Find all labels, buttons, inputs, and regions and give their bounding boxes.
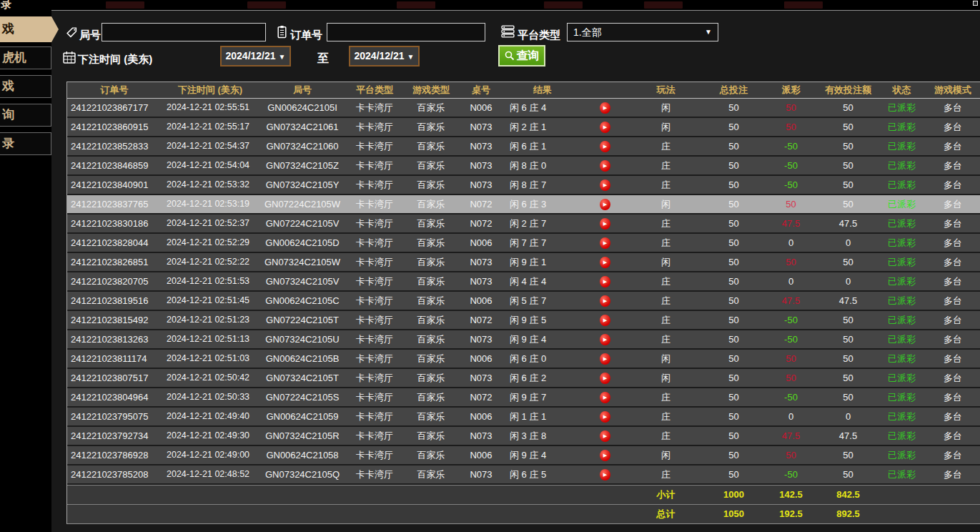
play-video-button[interactable]: ▶ <box>600 218 610 230</box>
cell: 多台 <box>925 292 980 310</box>
date-from-value: 2024/12/21 <box>226 50 276 61</box>
date-from-select[interactable]: 2024/12/21▼ <box>220 46 291 66</box>
cell: 已派彩 <box>878 137 925 155</box>
cell: 多台 <box>925 427 980 445</box>
cell <box>582 505 628 523</box>
cell: ▶ <box>582 157 628 174</box>
play-video-button[interactable]: ▶ <box>600 334 610 345</box>
date-to-select[interactable]: 2024/12/21▼ <box>349 46 420 66</box>
cell: N073 <box>459 176 503 194</box>
cell: 50 <box>703 388 764 406</box>
platform-type-select[interactable]: 1.全部 ▼ <box>567 23 718 41</box>
table-row[interactable]: 2412210238468592024-12-21 02:54:04GN0732… <box>67 157 980 176</box>
cell: 2024-12-21 02:52:22 <box>162 253 259 271</box>
cell: 241221023846859 <box>67 157 162 174</box>
cell: 2024-12-21 02:51:45 <box>162 292 259 310</box>
sidebar-item[interactable]: 戏 <box>0 75 51 98</box>
play-video-button[interactable]: ▶ <box>600 237 610 249</box>
play-video-button[interactable]: ▶ <box>600 199 610 210</box>
table-row[interactable]: 2412210238609152024-12-21 02:55:17GN0732… <box>67 118 980 137</box>
play-video-button[interactable]: ▶ <box>600 122 610 133</box>
cell: 50 <box>818 118 878 136</box>
play-video-button[interactable]: ▶ <box>600 469 610 481</box>
sidebar-item[interactable]: 戏 <box>0 16 51 42</box>
cell: 闲 6 庄 2 <box>503 369 582 387</box>
cell: 50 <box>703 350 764 368</box>
cell: 0 <box>818 272 878 290</box>
table-row[interactable]: 2412210238301862024-12-21 02:52:37GN0722… <box>67 215 980 234</box>
table-row[interactable]: 2412210238280442024-12-21 02:52:29GN0062… <box>67 234 980 253</box>
cell: 50 <box>703 369 764 387</box>
cell: 已派彩 <box>878 234 925 252</box>
table-row[interactable]: 2412210238377652024-12-21 02:53:19GN0722… <box>67 195 980 215</box>
cell: 50 <box>818 176 878 194</box>
cell <box>459 505 503 523</box>
cell: 卡卡湾厅 <box>346 311 403 329</box>
cell: 2024-12-21 02:54:04 <box>162 157 259 174</box>
cell: -50 <box>764 176 818 194</box>
play-video-button[interactable]: ▶ <box>600 411 610 423</box>
cell: 50 <box>764 446 818 464</box>
play-video-button[interactable]: ▶ <box>600 315 610 326</box>
table-row[interactable]: 2412210238409012024-12-21 02:53:32GN0732… <box>67 176 980 195</box>
table-row[interactable]: 2412210238049642024-12-21 02:50:33GN0722… <box>67 388 980 408</box>
play-video-button[interactable]: ▶ <box>600 295 610 307</box>
play-video-button[interactable]: ▶ <box>600 160 610 172</box>
play-video-button[interactable]: ▶ <box>600 373 610 384</box>
cell: 50 <box>703 292 764 310</box>
table-row[interactable]: 2412210237869282024-12-21 02:49:00GN0062… <box>67 446 980 466</box>
background-artifact <box>644 1 683 9</box>
cell: 庄 <box>628 311 703 329</box>
cell: 百家乐 <box>403 137 459 155</box>
table-row[interactable]: 2412210238207052024-12-21 02:51:53GN0732… <box>67 272 980 292</box>
cell: 卡卡湾厅 <box>346 176 403 194</box>
play-video-button[interactable]: ▶ <box>600 353 610 365</box>
search-button[interactable]: 查询 <box>498 45 545 66</box>
cell: 闲 9 庄 4 <box>503 330 582 348</box>
cell: 已派彩 <box>878 427 925 445</box>
play-video-button[interactable]: ▶ <box>600 257 610 268</box>
table-row[interactable]: 2412210237852082024-12-21 02:48:52GN0732… <box>67 466 980 485</box>
table-row[interactable]: 2412210237950752024-12-21 02:49:40GN0062… <box>67 408 980 427</box>
play-video-button[interactable]: ▶ <box>600 392 610 403</box>
round-no-input[interactable] <box>102 23 266 41</box>
cell: 多台 <box>925 408 980 425</box>
cell: 2024-12-21 02:49:30 <box>162 427 259 445</box>
cell: 闲 <box>628 253 703 271</box>
sidebar-item[interactable]: 录 <box>0 132 51 155</box>
table-row[interactable]: 2412210238111742024-12-21 02:51:03GN0062… <box>67 350 980 369</box>
cell: ▶ <box>582 234 628 252</box>
table-row[interactable]: 2412210238268512024-12-21 02:52:22GN0732… <box>67 253 980 272</box>
cell: 50 <box>818 388 878 406</box>
play-video-button[interactable]: ▶ <box>600 141 610 152</box>
cell: 卡卡湾厅 <box>346 118 403 136</box>
cell <box>67 505 162 523</box>
background-artifact <box>544 1 583 9</box>
cell: 50 <box>703 234 764 252</box>
sidebar-item[interactable]: 虎机 <box>0 46 51 69</box>
table-row[interactable]: 2412210238132632024-12-21 02:51:13GN0732… <box>67 330 980 350</box>
play-video-button[interactable]: ▶ <box>600 179 610 191</box>
table-row[interactable]: 2412210238154922024-12-21 02:51:23GN0722… <box>67 311 980 330</box>
order-no-input[interactable] <box>327 23 485 41</box>
cell: 241221023852833 <box>67 137 162 155</box>
background-artifact <box>784 1 823 9</box>
play-video-button[interactable]: ▶ <box>600 276 610 287</box>
table-row[interactable]: 2412210238528332024-12-21 02:54:37GN0732… <box>67 137 980 157</box>
play-video-button[interactable]: ▶ <box>600 430 610 442</box>
sidebar-item[interactable]: 询 <box>0 104 51 127</box>
play-video-button[interactable]: ▶ <box>600 450 610 461</box>
table-row[interactable]: 2412210238671772024-12-21 02:55:51GN0062… <box>67 99 980 118</box>
titlebar: 录 <box>0 0 980 10</box>
restore-icon[interactable] <box>973 1 978 6</box>
cell: ▶ <box>582 350 628 368</box>
sidebar-item-label: 询 <box>2 108 14 122</box>
table-row[interactable]: 2412210238075172024-12-21 02:50:42GN0732… <box>67 369 980 388</box>
chevron-down-icon: ▼ <box>705 24 712 41</box>
cell: 多台 <box>925 466 980 483</box>
cell: 闲 4 庄 4 <box>503 272 582 290</box>
play-video-button[interactable]: ▶ <box>600 102 610 114</box>
table-row[interactable]: 2412210237927342024-12-21 02:49:30GN0732… <box>67 427 980 446</box>
table-row[interactable]: 2412210238195162024-12-21 02:51:45GN0062… <box>67 292 980 311</box>
cell: ▶ <box>582 408 628 425</box>
